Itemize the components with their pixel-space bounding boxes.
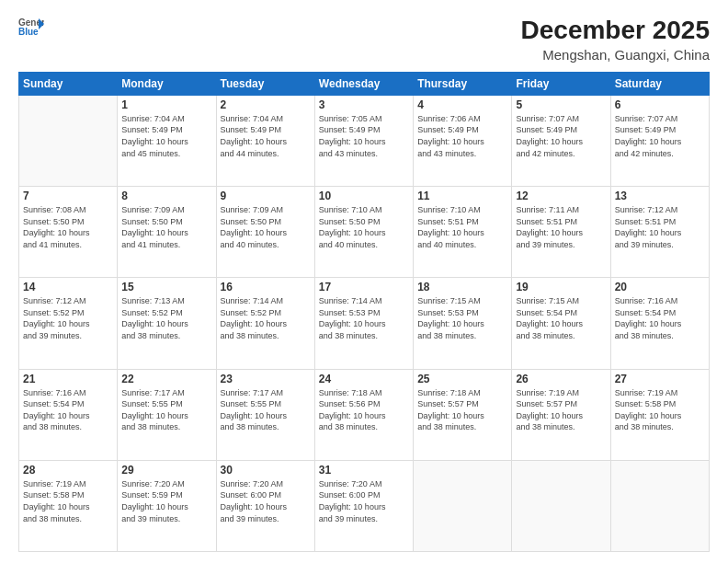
day-info: Sunrise: 7:19 AM Sunset: 5:58 PM Dayligh… (23, 478, 113, 524)
calendar-cell: 8Sunrise: 7:09 AM Sunset: 5:50 PM Daylig… (118, 187, 216, 278)
day-number: 16 (221, 281, 311, 293)
day-info: Sunrise: 7:05 AM Sunset: 5:49 PM Dayligh… (319, 113, 409, 159)
calendar-cell: 24Sunrise: 7:18 AM Sunset: 5:56 PM Dayli… (314, 369, 413, 460)
day-info: Sunrise: 7:08 AM Sunset: 5:50 PM Dayligh… (23, 204, 113, 250)
calendar-cell (610, 460, 709, 551)
calendar-cell: 25Sunrise: 7:18 AM Sunset: 5:57 PM Dayli… (414, 369, 512, 460)
day-number: 21 (23, 373, 113, 385)
day-info: Sunrise: 7:20 AM Sunset: 6:00 PM Dayligh… (319, 478, 409, 524)
calendar-cell: 31Sunrise: 7:20 AM Sunset: 6:00 PM Dayli… (314, 460, 413, 551)
day-info: Sunrise: 7:18 AM Sunset: 5:57 PM Dayligh… (417, 387, 507, 433)
calendar-week-4: 21Sunrise: 7:16 AM Sunset: 5:54 PM Dayli… (19, 369, 710, 460)
col-wednesday: Wednesday (314, 72, 413, 95)
calendar-header-row: Sunday Monday Tuesday Wednesday Thursday… (19, 72, 710, 95)
calendar-cell: 3Sunrise: 7:05 AM Sunset: 5:49 PM Daylig… (314, 95, 413, 186)
calendar-cell: 4Sunrise: 7:06 AM Sunset: 5:49 PM Daylig… (414, 95, 512, 186)
col-saturday: Saturday (610, 72, 709, 95)
calendar-cell: 9Sunrise: 7:09 AM Sunset: 5:50 PM Daylig… (216, 187, 314, 278)
day-info: Sunrise: 7:06 AM Sunset: 5:49 PM Dayligh… (417, 113, 507, 159)
day-info: Sunrise: 7:19 AM Sunset: 5:57 PM Dayligh… (516, 387, 606, 433)
day-number: 5 (516, 98, 606, 111)
day-number: 4 (417, 98, 507, 111)
calendar-cell: 20Sunrise: 7:16 AM Sunset: 5:54 PM Dayli… (610, 278, 709, 369)
day-info: Sunrise: 7:15 AM Sunset: 5:54 PM Dayligh… (516, 295, 606, 341)
day-info: Sunrise: 7:17 AM Sunset: 5:55 PM Dayligh… (221, 387, 311, 433)
day-number: 17 (319, 281, 409, 293)
day-info: Sunrise: 7:15 AM Sunset: 5:53 PM Dayligh… (417, 295, 507, 341)
calendar-cell: 26Sunrise: 7:19 AM Sunset: 5:57 PM Dayli… (512, 369, 610, 460)
day-info: Sunrise: 7:04 AM Sunset: 5:49 PM Dayligh… (121, 113, 211, 159)
day-info: Sunrise: 7:09 AM Sunset: 5:50 PM Dayligh… (221, 204, 311, 250)
calendar-cell (414, 460, 512, 551)
col-thursday: Thursday (414, 72, 512, 95)
calendar-week-5: 28Sunrise: 7:19 AM Sunset: 5:58 PM Dayli… (19, 460, 710, 551)
day-number: 11 (417, 190, 507, 202)
location: Mengshan, Guangxi, China (521, 47, 710, 63)
calendar-cell: 2Sunrise: 7:04 AM Sunset: 5:49 PM Daylig… (216, 95, 314, 186)
day-info: Sunrise: 7:12 AM Sunset: 5:52 PM Dayligh… (23, 295, 113, 341)
day-number: 7 (23, 190, 113, 202)
calendar-body: 1Sunrise: 7:04 AM Sunset: 5:49 PM Daylig… (19, 95, 710, 551)
calendar-cell: 14Sunrise: 7:12 AM Sunset: 5:52 PM Dayli… (19, 278, 118, 369)
day-number: 9 (221, 190, 311, 202)
day-number: 13 (615, 190, 705, 202)
day-info: Sunrise: 7:07 AM Sunset: 5:49 PM Dayligh… (615, 113, 705, 159)
day-number: 29 (121, 464, 211, 477)
calendar-cell: 28Sunrise: 7:19 AM Sunset: 5:58 PM Dayli… (19, 460, 118, 551)
calendar-cell (19, 95, 118, 186)
calendar-week-2: 7Sunrise: 7:08 AM Sunset: 5:50 PM Daylig… (19, 187, 710, 278)
logo-icon: General Blue (18, 17, 44, 37)
day-info: Sunrise: 7:17 AM Sunset: 5:55 PM Dayligh… (121, 387, 211, 433)
day-info: Sunrise: 7:09 AM Sunset: 5:50 PM Dayligh… (121, 204, 211, 250)
day-number: 19 (516, 281, 606, 293)
title-block: December 2025 Mengshan, Guangxi, China (521, 17, 710, 63)
day-number: 25 (417, 373, 507, 385)
calendar-cell: 22Sunrise: 7:17 AM Sunset: 5:55 PM Dayli… (118, 369, 216, 460)
day-info: Sunrise: 7:20 AM Sunset: 5:59 PM Dayligh… (121, 478, 211, 524)
calendar-cell: 27Sunrise: 7:19 AM Sunset: 5:58 PM Dayli… (610, 369, 709, 460)
day-info: Sunrise: 7:10 AM Sunset: 5:50 PM Dayligh… (319, 204, 409, 250)
day-number: 28 (23, 464, 113, 477)
col-sunday: Sunday (19, 72, 118, 95)
day-info: Sunrise: 7:20 AM Sunset: 6:00 PM Dayligh… (221, 478, 311, 524)
day-number: 27 (615, 373, 705, 385)
day-info: Sunrise: 7:14 AM Sunset: 5:53 PM Dayligh… (319, 295, 409, 341)
calendar-cell: 17Sunrise: 7:14 AM Sunset: 5:53 PM Dayli… (314, 278, 413, 369)
day-number: 24 (319, 373, 409, 385)
day-info: Sunrise: 7:14 AM Sunset: 5:52 PM Dayligh… (221, 295, 311, 341)
day-number: 15 (121, 281, 211, 293)
day-info: Sunrise: 7:19 AM Sunset: 5:58 PM Dayligh… (615, 387, 705, 433)
day-number: 18 (417, 281, 507, 293)
calendar-cell: 13Sunrise: 7:12 AM Sunset: 5:51 PM Dayli… (610, 187, 709, 278)
calendar-cell: 29Sunrise: 7:20 AM Sunset: 5:59 PM Dayli… (118, 460, 216, 551)
month-year: December 2025 (521, 17, 710, 45)
day-info: Sunrise: 7:16 AM Sunset: 5:54 PM Dayligh… (615, 295, 705, 341)
day-number: 23 (221, 373, 311, 385)
svg-text:Blue: Blue (18, 27, 39, 37)
calendar-cell: 1Sunrise: 7:04 AM Sunset: 5:49 PM Daylig… (118, 95, 216, 186)
day-info: Sunrise: 7:13 AM Sunset: 5:52 PM Dayligh… (121, 295, 211, 341)
day-number: 12 (516, 190, 606, 202)
day-number: 26 (516, 373, 606, 385)
calendar-cell: 16Sunrise: 7:14 AM Sunset: 5:52 PM Dayli… (216, 278, 314, 369)
day-info: Sunrise: 7:07 AM Sunset: 5:49 PM Dayligh… (516, 113, 606, 159)
day-info: Sunrise: 7:12 AM Sunset: 5:51 PM Dayligh… (615, 204, 705, 250)
calendar-cell: 6Sunrise: 7:07 AM Sunset: 5:49 PM Daylig… (610, 95, 709, 186)
day-number: 31 (319, 464, 409, 477)
day-number: 3 (319, 98, 409, 111)
day-info: Sunrise: 7:16 AM Sunset: 5:54 PM Dayligh… (23, 387, 113, 433)
calendar-cell: 12Sunrise: 7:11 AM Sunset: 5:51 PM Dayli… (512, 187, 610, 278)
calendar-cell: 5Sunrise: 7:07 AM Sunset: 5:49 PM Daylig… (512, 95, 610, 186)
calendar-cell: 30Sunrise: 7:20 AM Sunset: 6:00 PM Dayli… (216, 460, 314, 551)
day-number: 14 (23, 281, 113, 293)
calendar-cell: 18Sunrise: 7:15 AM Sunset: 5:53 PM Dayli… (414, 278, 512, 369)
calendar-cell: 11Sunrise: 7:10 AM Sunset: 5:51 PM Dayli… (414, 187, 512, 278)
calendar-cell: 7Sunrise: 7:08 AM Sunset: 5:50 PM Daylig… (19, 187, 118, 278)
day-info: Sunrise: 7:10 AM Sunset: 5:51 PM Dayligh… (417, 204, 507, 250)
day-info: Sunrise: 7:04 AM Sunset: 5:49 PM Dayligh… (221, 113, 311, 159)
day-number: 8 (121, 190, 211, 202)
page: General Blue December 2025 Mengshan, Gua… (0, 0, 728, 563)
calendar-cell: 21Sunrise: 7:16 AM Sunset: 5:54 PM Dayli… (19, 369, 118, 460)
day-info: Sunrise: 7:18 AM Sunset: 5:56 PM Dayligh… (319, 387, 409, 433)
calendar-cell: 23Sunrise: 7:17 AM Sunset: 5:55 PM Dayli… (216, 369, 314, 460)
